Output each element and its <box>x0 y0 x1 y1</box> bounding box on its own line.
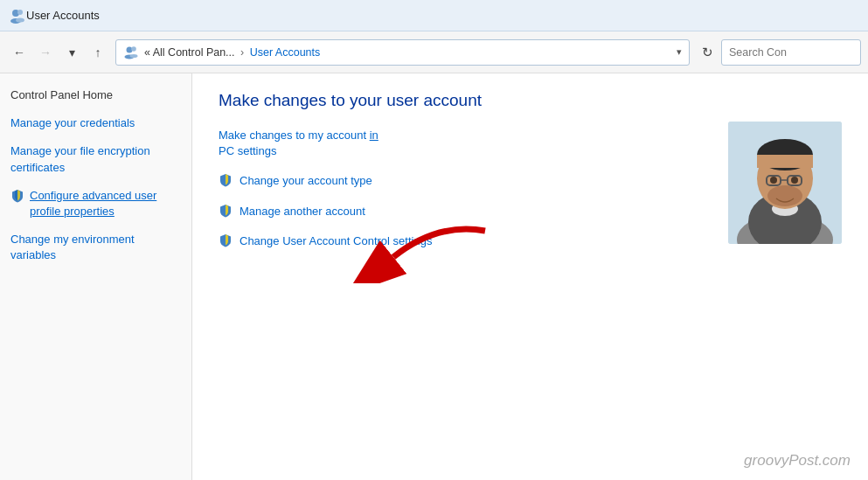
svg-point-18 <box>770 177 777 184</box>
address-dropdown-icon[interactable]: ▾ <box>677 46 682 58</box>
pc-settings-link[interactable]: Make changes to my account inPC settings <box>219 128 378 159</box>
sidebar: Control Panel Home Manage your credentia… <box>0 73 192 480</box>
up-button[interactable]: ↑ <box>86 40 110 65</box>
svg-point-5 <box>131 46 136 52</box>
sidebar-item-home[interactable]: Control Panel Home <box>10 87 181 103</box>
address-bar[interactable]: « All Control Pan... › User Accounts ▾ <box>115 39 690 66</box>
title-bar: User Accounts <box>0 0 868 31</box>
main-content: Make changes to your user account Make c… <box>192 73 868 480</box>
address-text: « All Control Pan... › User Accounts <box>144 46 671 59</box>
shield-icon-another-account <box>219 204 233 218</box>
shield-icon-uac <box>219 233 233 247</box>
dropdown-button[interactable]: ▾ <box>59 40 84 65</box>
account-type-link[interactable]: Change your account type <box>240 173 372 189</box>
title-bar-text: User Accounts <box>26 9 100 22</box>
svg-point-1 <box>17 10 23 15</box>
sidebar-item-configure-profile[interactable]: Configure advanced user profile properti… <box>30 188 181 219</box>
sidebar-item-env-variables[interactable]: Change my environment variables <box>10 232 181 263</box>
another-account-link[interactable]: Manage another account <box>240 204 365 219</box>
svg-point-7 <box>130 54 138 58</box>
nav-bar: ← → ▾ ↑ « All Control Pan... › User Acco… <box>0 31 868 73</box>
search-input[interactable] <box>729 46 853 59</box>
sidebar-item-file-encryption[interactable]: Manage your file encryption certificates <box>10 143 181 175</box>
svg-point-3 <box>16 17 24 22</box>
watermark: groovyPost.com <box>744 452 851 470</box>
svg-rect-14 <box>757 155 813 168</box>
sidebar-item-manage-credentials[interactable]: Manage your credentials <box>10 115 181 131</box>
uac-settings-link[interactable]: Change User Account Control settings <box>240 233 432 249</box>
content-area: Control Panel Home Manage your credentia… <box>0 73 868 480</box>
page-title: Make changes to your user account <box>219 91 842 110</box>
sidebar-item-configure-profile-container: Configure advanced user profile properti… <box>10 188 181 219</box>
svg-point-20 <box>767 185 802 206</box>
shield-icon-configure <box>10 189 24 203</box>
avatar <box>728 122 842 244</box>
back-button[interactable]: ← <box>7 40 31 65</box>
avatar-image <box>728 122 842 244</box>
search-box[interactable] <box>721 39 861 66</box>
shield-icon-account-type <box>219 173 233 187</box>
address-bar-icon <box>123 45 139 60</box>
forward-button[interactable]: → <box>33 40 58 65</box>
user-accounts-title-icon <box>9 7 26 24</box>
refresh-button[interactable]: ↻ <box>695 40 719 65</box>
svg-point-19 <box>791 177 798 184</box>
